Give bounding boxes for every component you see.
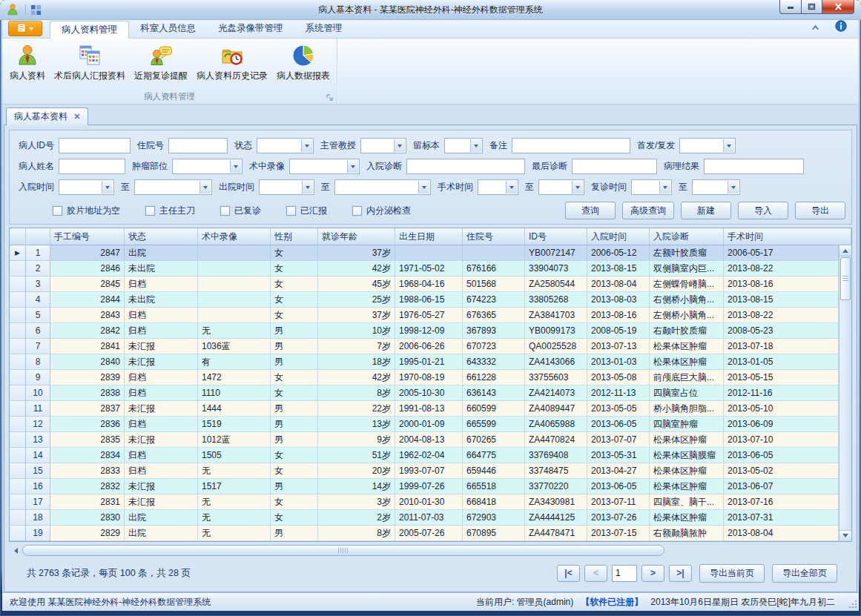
hscrollbar-thum b[interactable] [22, 545, 664, 556]
patient-id-input[interactable] [59, 138, 131, 153]
table-row[interactable]: 132835未汇报1012蓝男9岁2004-08-13670265ZA44708… [10, 432, 839, 448]
tab-patient-data-management[interactable]: 病人资料管理 [50, 21, 129, 39]
advanced-query-button[interactable]: 高级查询 [622, 202, 674, 219]
surgery-date-from-select[interactable] [478, 179, 518, 195]
table-row[interactable]: 152833归档无女20岁1993-07-0765944633748475201… [10, 463, 839, 479]
column-header-6[interactable]: 就诊年龄 [318, 228, 395, 245]
column-header-7[interactable]: 出生日期 [395, 228, 463, 245]
scroll-up-button[interactable] [839, 245, 851, 256]
vscrollbar-thumb[interactable] [840, 257, 851, 300]
postop-patient-report-button[interactable]: 术后病人汇报资料 [50, 41, 130, 85]
final-diagnosis-input[interactable] [572, 159, 657, 174]
admission-number-input[interactable] [168, 138, 228, 153]
tab-system-management[interactable]: 系统管理 [294, 20, 354, 38]
patient-data-history-button[interactable]: 病人资料历史记录 [192, 41, 272, 85]
column-header-5[interactable]: 性别 [271, 228, 318, 245]
import-button[interactable]: 导入 [738, 202, 788, 219]
revisited-checkbox[interactable]: 已复诊 [220, 205, 261, 217]
maximize-button[interactable] [802, 0, 822, 14]
table-row[interactable]: 22846未出院女42岁1971-05-02676166339040732013… [10, 261, 839, 276]
intraop-video-select[interactable] [289, 159, 360, 174]
export-all-pages-button[interactable]: 导出全部页 [772, 564, 837, 583]
patient-name-input[interactable] [59, 159, 125, 174]
query-button[interactable]: 查询 [565, 202, 616, 219]
prev-page-button[interactable]: < [584, 565, 607, 582]
table-row[interactable]: 112837未汇报1444男22岁1991-08-13660599ZA40894… [10, 401, 839, 417]
table-row[interactable]: 52843归档女37岁1976-05-27676365ZA38417032013… [10, 308, 839, 323]
cell-4: 14岁 [318, 479, 395, 494]
supervising-professor-select[interactable] [360, 138, 406, 153]
column-header-3[interactable]: 状态 [125, 228, 198, 245]
recent-revisit-reminder-button[interactable]: 近期复诊提醒 [130, 41, 192, 85]
tumor-site-select[interactable] [172, 159, 243, 174]
revisit-date-from-select[interactable] [631, 179, 672, 195]
patient-data-report-button[interactable]: 病人数据报表 [272, 41, 334, 85]
column-header-2[interactable]: 手工编号 [50, 228, 125, 245]
layout-grid-icon[interactable] [30, 4, 42, 16]
endocrine-exam-checkbox[interactable]: 内分泌检查 [352, 205, 411, 217]
new-button[interactable]: 新建 [681, 202, 731, 219]
table-row[interactable]: 162832未汇报1517男14岁1999-07-266655183377022… [10, 479, 839, 494]
table-row[interactable]: 62842归档无男10岁1998-12-09367893YB0099173200… [10, 323, 839, 339]
column-header-11[interactable]: 入院诊断 [650, 228, 724, 245]
tab-patient-basic-info[interactable]: 病人基本资料 [6, 107, 88, 125]
close-tab-icon[interactable] [74, 113, 80, 121]
specimen-kept-select[interactable] [444, 138, 483, 153]
surgery-date-to-select[interactable] [538, 179, 584, 195]
cell-3: 男 [271, 526, 318, 541]
last-page-button[interactable]: >| [669, 565, 692, 582]
tab-department-staff-info[interactable]: 科室人员信息 [129, 20, 207, 38]
column-header-4[interactable]: 术中录像 [198, 228, 271, 245]
close-button[interactable] [822, 0, 854, 14]
reported-checkbox[interactable]: 已汇报 [286, 205, 327, 217]
pathology-result-input[interactable] [704, 159, 804, 174]
discharge-date-to-select[interactable] [334, 179, 431, 195]
status-select[interactable] [257, 138, 314, 153]
table-row[interactable]: 192829出院无男8岁2005-07-26670895ZA4478471201… [10, 526, 839, 541]
group-launcher-icon[interactable] [326, 93, 334, 102]
admission-date-from-select[interactable] [59, 179, 114, 195]
chief-surgeon-label: 主任主刀 [159, 205, 195, 217]
application-menu-button[interactable] [8, 21, 42, 36]
page-number-input[interactable] [612, 565, 637, 582]
table-row[interactable]: 42844未出院女25岁1988-06-15674223338052682013… [10, 292, 839, 308]
cell-3: 女 [271, 292, 318, 308]
table-row[interactable]: ▶12847出院女37岁YB00721472006-05-12左额叶胶质瘤200… [10, 245, 839, 261]
info-icon[interactable] [835, 20, 847, 35]
column-header-10[interactable]: 入院时间 [587, 228, 650, 245]
resize-grip-icon[interactable] [848, 600, 857, 609]
column-header-8[interactable]: 住院号 [463, 228, 525, 245]
registered-link[interactable]: 【软件已注册】 [581, 596, 643, 609]
column-header-9[interactable]: ID号 [525, 228, 587, 245]
table-row[interactable]: 172831未汇报无女3岁2010-01-30668418ZA343098120… [10, 494, 839, 510]
vertical-scrollbar[interactable] [839, 245, 851, 541]
first-page-button[interactable]: |< [557, 565, 580, 582]
table-row[interactable]: 102838归档1110女8岁2005-10-30636143ZA4214073… [10, 385, 839, 401]
tab-disc-video-management[interactable]: 光盘录像带管理 [207, 20, 294, 38]
horizontal-scrollbar[interactable] [9, 544, 852, 557]
film-address-empty-checkbox[interactable]: 胶片地址为空 [53, 205, 120, 217]
next-page-button[interactable]: > [641, 565, 664, 582]
scroll-left-button[interactable] [9, 545, 22, 556]
export-button[interactable]: 导出 [795, 202, 845, 219]
table-row[interactable]: 122836归档1519男13岁2000-01-09665599ZA406598… [10, 417, 839, 432]
collapse-ribbon-icon[interactable] [811, 21, 820, 34]
export-current-page-button[interactable]: 导出当前页 [699, 564, 765, 583]
table-row[interactable]: 82840未汇报有男18岁1995-01-21643332ZA414306620… [10, 354, 839, 370]
table-row[interactable]: 72841未汇报1036蓝男7岁2006-06-26670723QA002552… [10, 339, 839, 354]
remarks-input[interactable] [512, 138, 630, 153]
table-row[interactable]: 182830出院无女2岁2011-07-03672903ZA4444125201… [10, 510, 839, 526]
minimize-button[interactable] [779, 0, 802, 14]
table-row[interactable]: 92839归档1472女42岁1970-08-19661228337556032… [10, 370, 839, 385]
discharge-date-from-select[interactable] [259, 179, 314, 195]
admission-date-to-select[interactable] [134, 179, 212, 195]
revisit-date-to-select[interactable] [692, 179, 740, 195]
chief-surgeon-checkbox[interactable]: 主任主刀 [145, 205, 195, 217]
admission-diagnosis-input[interactable] [406, 159, 525, 174]
first-or-recurrence-select[interactable] [679, 138, 736, 153]
scroll-down-button[interactable] [839, 530, 851, 541]
table-row[interactable]: 142834归档1505女51岁1962-02-0466477533769408… [10, 448, 839, 463]
table-row[interactable]: 32845归档女45岁1968-04-16501568ZA25805442013… [10, 276, 839, 292]
column-header-12[interactable]: 手术时间 [724, 228, 851, 245]
patient-data-button[interactable]: 病人资料 [5, 41, 50, 85]
